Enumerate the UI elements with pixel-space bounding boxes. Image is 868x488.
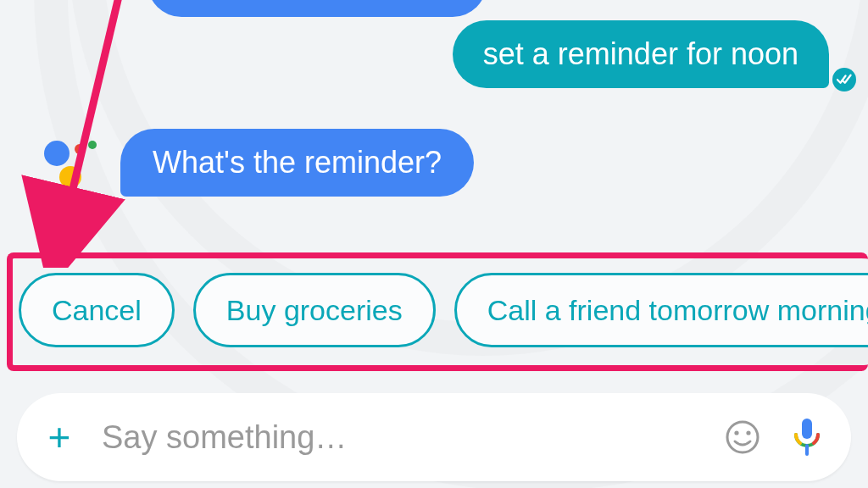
svg-rect-5 — [802, 419, 812, 439]
svg-point-4 — [746, 430, 750, 435]
assistant-dot-green — [88, 141, 97, 149]
add-attachment-button[interactable]: + — [41, 418, 78, 457]
double-check-icon — [832, 68, 856, 92]
incoming-message-row: What's the reminder? — [39, 129, 474, 197]
message-input[interactable]: Say something… — [102, 419, 698, 456]
assistant-logo — [39, 137, 100, 188]
chat-area: set a reminder for noon What's the remin… — [0, 0, 868, 254]
assistant-dot-yellow — [59, 166, 81, 188]
chip-buy-groceries[interactable]: Buy groceries — [193, 273, 436, 347]
message-input-bar: + Say something… — [17, 393, 851, 481]
chip-cancel[interactable]: Cancel — [19, 273, 175, 347]
suggestion-chip-row: Cancel Buy groceries Call a friend tomor… — [19, 273, 868, 347]
assistant-dot-red — [75, 144, 85, 154]
chip-call-friend[interactable]: Call a friend tomorrow morning — [454, 273, 868, 347]
emoji-icon[interactable] — [722, 417, 763, 458]
assistant-dot-blue — [44, 141, 70, 166]
svg-point-2 — [727, 422, 758, 452]
svg-point-3 — [734, 430, 738, 435]
outgoing-message-bubble: set a reminder for noon — [453, 20, 829, 88]
mic-icon[interactable] — [787, 417, 827, 458]
incoming-message-bubble: What's the reminder? — [120, 129, 474, 197]
outgoing-message-row: set a reminder for noon — [453, 20, 856, 88]
